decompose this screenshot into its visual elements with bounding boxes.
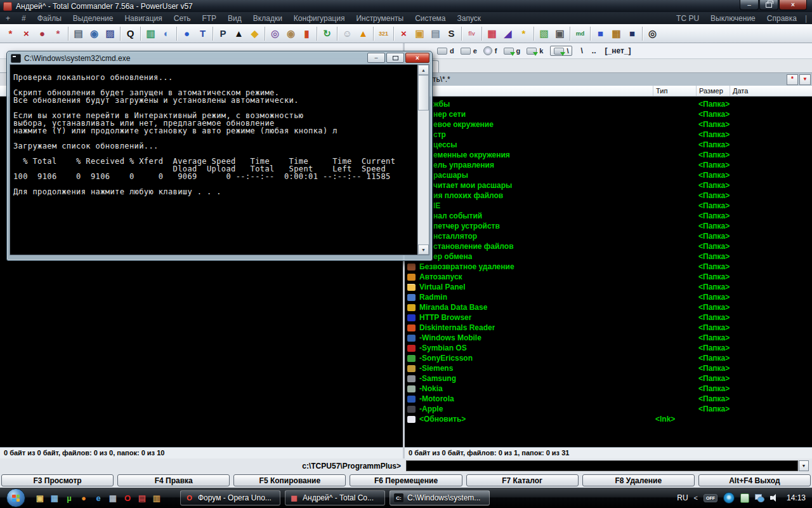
flower-icon[interactable]: * — [516, 26, 532, 41]
mpc-321-icon[interactable]: 321 — [376, 26, 391, 41]
file-row[interactable]: -Motorola<Папка> — [405, 394, 812, 404]
menu-item-1[interactable]: # — [16, 14, 32, 23]
file-row[interactable]: IE<Папка> — [405, 201, 812, 211]
menu-item-3[interactable]: Выделение — [67, 14, 119, 23]
cmd-maximize-button[interactable] — [386, 53, 404, 63]
command-history-dropdown[interactable]: ▼ — [799, 460, 809, 471]
users-icon[interactable]: ◐ — [159, 26, 174, 41]
file-row[interactable]: ер обмена<Папка> — [405, 251, 812, 262]
restore-button[interactable] — [759, 0, 778, 10]
clock-icon[interactable]: ◎ — [645, 26, 660, 41]
volume-tray-icon[interactable] — [770, 494, 778, 502]
start-button[interactable] — [6, 488, 25, 507]
file-row[interactable]: Diskinternals Reader<Папка> — [405, 323, 812, 333]
scroll-thumb[interactable] — [418, 75, 429, 110]
minimize-button[interactable]: – — [740, 0, 759, 10]
parent-dir-link[interactable]: .. — [587, 46, 601, 55]
file-row[interactable]: Virtual Panel<Папка> — [405, 282, 812, 292]
recycle-icon[interactable]: ↻ — [319, 26, 335, 41]
spray-icon[interactable]: ▮ — [299, 26, 315, 41]
power-tray-icon[interactable] — [740, 493, 749, 503]
file-row[interactable]: Miranda Data Base<Папка> — [405, 302, 812, 312]
file-row[interactable]: становление файлов<Папка> — [405, 241, 812, 251]
column-date[interactable]: Дата — [730, 86, 812, 96]
opera-icon[interactable]: O — [122, 492, 133, 504]
clock[interactable]: 14:13 — [784, 493, 806, 502]
comet-icon[interactable]: ◢ — [500, 26, 516, 41]
cat-icon[interactable]: ☺ — [339, 26, 355, 41]
path-dropdown-button[interactable]: ▼ — [799, 74, 811, 85]
daemon-tools-icon[interactable]: ▲ — [355, 26, 371, 41]
gear-doc-icon[interactable]: ▤ — [428, 26, 443, 41]
explorer-icon[interactable]: ▣ — [34, 492, 46, 504]
pdf-image-icon[interactable]: ▦ — [484, 26, 500, 41]
file-row[interactable]: -Windows Mobile<Папка> — [405, 333, 812, 343]
file-row[interactable]: -Samsung<Папка> — [405, 373, 812, 384]
file-row[interactable]: нал событий<Папка> — [405, 211, 812, 221]
path-history-button[interactable]: * — [787, 74, 798, 85]
menu-item-9[interactable]: Конфигурация — [288, 14, 351, 23]
file-row[interactable]: цессы<Папка> — [405, 140, 812, 150]
file-row[interactable]: -Siemens<Папка> — [405, 363, 812, 373]
menu-item-6[interactable]: FTP — [196, 14, 222, 23]
file-row[interactable]: стр<Папка> — [405, 130, 812, 140]
q-search-icon[interactable]: Q — [122, 26, 138, 41]
menu-item-10[interactable]: Инструменты — [350, 14, 409, 23]
webcam-tray-icon[interactable] — [723, 492, 735, 504]
no-drive-link[interactable]: [_нет_] — [600, 46, 635, 55]
edit-tags-icon[interactable]: ▨ — [102, 26, 118, 41]
file-row[interactable]: нер сети<Папка> — [405, 109, 812, 119]
cmd-console[interactable]: Проверка локального обновления... Скрипт… — [10, 64, 429, 255]
md-icon[interactable]: md — [572, 26, 588, 41]
camera-icon[interactable]: ▣ — [552, 26, 568, 41]
drive-button-k[interactable]: k — [523, 46, 546, 56]
file-row[interactable]: Radmin<Папка> — [405, 292, 812, 302]
file-row[interactable]: -Symbian OS<Папка> — [405, 343, 812, 353]
menu-item-0[interactable]: + — [0, 14, 16, 23]
file-row[interactable]: еменные окружения<Папка> — [405, 150, 812, 160]
console-scrollbar[interactable]: ▲ ▼ — [417, 65, 429, 255]
utorrent-icon[interactable]: µ — [63, 492, 75, 504]
off-badge-icon[interactable]: OFF — [704, 494, 717, 502]
burn-disc-icon[interactable]: ◉ — [283, 26, 299, 41]
file-row[interactable]: -Apple<Папка> — [405, 404, 812, 414]
totalcmd-icon[interactable]: ▤ — [136, 492, 148, 504]
web-update-icon[interactable]: ● — [34, 26, 50, 41]
menu-item-8[interactable]: Вкладки — [247, 14, 288, 23]
audio-disc-icon[interactable]: ◎ — [267, 26, 283, 41]
cmd-minimize-button[interactable]: – — [367, 53, 385, 63]
search-files-icon[interactable]: ◉ — [86, 26, 102, 41]
file-row[interactable]: расшары<Папка> — [405, 170, 812, 180]
file-row[interactable]: жбы<Папка> — [405, 99, 812, 109]
menu-item-5[interactable]: Сеть — [168, 14, 197, 23]
column-type[interactable]: Тип — [653, 86, 696, 96]
taskbar-window-cmd[interactable]: C:C:\Windows\system... — [390, 490, 490, 505]
drive-button-e[interactable]: e — [457, 46, 480, 56]
gears-icon[interactable]: * — [50, 26, 66, 41]
file-row[interactable]: Автозапуск<Папка> — [405, 272, 812, 282]
menu-item-right-0[interactable]: TC PU — [671, 14, 705, 23]
box-icon[interactable]: ▣ — [412, 26, 428, 41]
virtualbox-icon[interactable]: ■ — [593, 26, 608, 41]
file-row[interactable]: ель управления<Папка> — [405, 160, 812, 170]
key-icon[interactable]: ◆ — [247, 26, 263, 41]
total-info-icon[interactable]: T — [195, 26, 211, 41]
menu-item-right-2[interactable]: Справка — [761, 14, 802, 23]
map-cursor-icon[interactable]: ▧ — [536, 26, 552, 41]
file-row[interactable]: -SonyEricsson<Папка> — [405, 353, 812, 363]
file-row[interactable]: читает мои расшары<Папка> — [405, 180, 812, 190]
spiral-s-icon[interactable]: S — [443, 26, 459, 41]
file-row[interactable]: ия плохих файлов<Папка> — [405, 190, 812, 201]
delete-x-icon[interactable]: × — [18, 26, 34, 41]
cmd-titlebar[interactable]: C:\Windows\system32\cmd.exe – × — [10, 52, 429, 64]
monitor-colors-icon[interactable]: ▥ — [143, 26, 159, 41]
drive-button-d[interactable]: d — [434, 46, 457, 56]
taskbar-window-opera[interactable]: OФорум - Opera Uno... — [180, 490, 280, 505]
show-desktop-icon[interactable]: ▦ — [49, 492, 60, 504]
language-indicator[interactable]: RU — [677, 493, 688, 502]
column-name[interactable] — [405, 86, 653, 96]
calculator-icon[interactable]: ▦ — [107, 492, 119, 504]
copy-clipboard-icon[interactable]: ▤ — [70, 26, 86, 41]
scroll-down-button[interactable]: ▼ — [418, 244, 429, 255]
drive-button-f[interactable]: f — [480, 45, 501, 57]
